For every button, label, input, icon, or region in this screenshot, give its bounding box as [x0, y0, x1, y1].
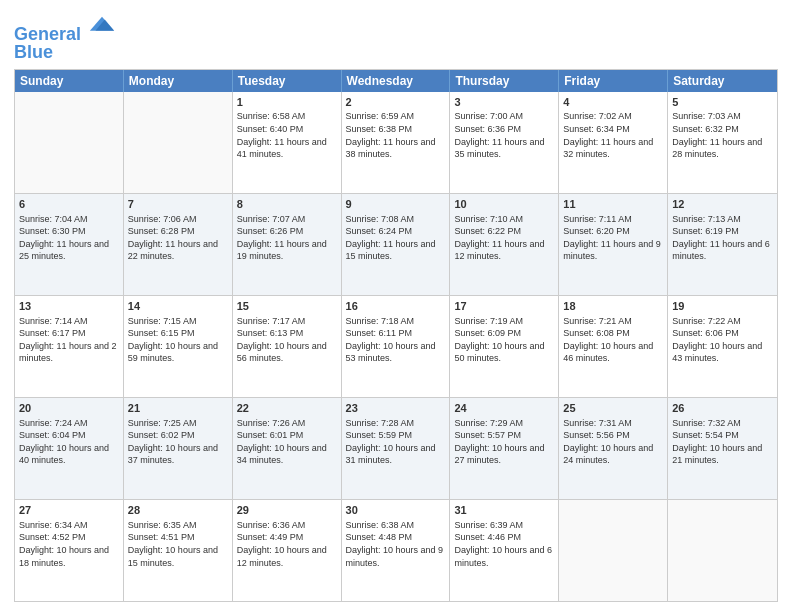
cal-cell-1-4: 2Sunrise: 6:59 AMSunset: 6:38 PMDaylight…: [342, 92, 451, 193]
logo-general: General: [14, 24, 81, 44]
calendar-body: 1Sunrise: 6:58 AMSunset: 6:40 PMDaylight…: [15, 92, 777, 601]
cell-info: Sunrise: 7:02 AMSunset: 6:34 PMDaylight:…: [563, 110, 663, 160]
logo: General Blue: [14, 14, 116, 63]
cell-info: Sunrise: 7:11 AMSunset: 6:20 PMDaylight:…: [563, 213, 663, 263]
cal-cell-3-6: 18Sunrise: 7:21 AMSunset: 6:08 PMDayligh…: [559, 296, 668, 397]
cell-info: Sunrise: 7:14 AMSunset: 6:17 PMDaylight:…: [19, 315, 119, 365]
cell-info: Sunrise: 6:38 AMSunset: 4:48 PMDaylight:…: [346, 519, 446, 569]
cell-info: Sunrise: 7:13 AMSunset: 6:19 PMDaylight:…: [672, 213, 773, 263]
calendar-row-4: 20Sunrise: 7:24 AMSunset: 6:04 PMDayligh…: [15, 397, 777, 499]
day-header-friday: Friday: [559, 70, 668, 92]
cell-info: Sunrise: 7:18 AMSunset: 6:11 PMDaylight:…: [346, 315, 446, 365]
logo-icon: [88, 12, 116, 40]
day-header-saturday: Saturday: [668, 70, 777, 92]
cal-cell-4-4: 23Sunrise: 7:28 AMSunset: 5:59 PMDayligh…: [342, 398, 451, 499]
cell-info: Sunrise: 7:31 AMSunset: 5:56 PMDaylight:…: [563, 417, 663, 467]
cal-cell-1-2: [124, 92, 233, 193]
day-number: 20: [19, 401, 119, 416]
cal-cell-4-5: 24Sunrise: 7:29 AMSunset: 5:57 PMDayligh…: [450, 398, 559, 499]
day-header-monday: Monday: [124, 70, 233, 92]
day-number: 28: [128, 503, 228, 518]
cell-info: Sunrise: 7:06 AMSunset: 6:28 PMDaylight:…: [128, 213, 228, 263]
cal-cell-5-5: 31Sunrise: 6:39 AMSunset: 4:46 PMDayligh…: [450, 500, 559, 601]
cell-info: Sunrise: 7:29 AMSunset: 5:57 PMDaylight:…: [454, 417, 554, 467]
cell-info: Sunrise: 6:59 AMSunset: 6:38 PMDaylight:…: [346, 110, 446, 160]
day-number: 16: [346, 299, 446, 314]
cal-cell-2-5: 10Sunrise: 7:10 AMSunset: 6:22 PMDayligh…: [450, 194, 559, 295]
cell-info: Sunrise: 7:03 AMSunset: 6:32 PMDaylight:…: [672, 110, 773, 160]
cell-info: Sunrise: 7:28 AMSunset: 5:59 PMDaylight:…: [346, 417, 446, 467]
cell-info: Sunrise: 7:10 AMSunset: 6:22 PMDaylight:…: [454, 213, 554, 263]
cal-cell-3-5: 17Sunrise: 7:19 AMSunset: 6:09 PMDayligh…: [450, 296, 559, 397]
calendar: SundayMondayTuesdayWednesdayThursdayFrid…: [14, 69, 778, 602]
day-number: 4: [563, 95, 663, 110]
cell-info: Sunrise: 6:35 AMSunset: 4:51 PMDaylight:…: [128, 519, 228, 569]
logo-blue: Blue: [14, 43, 116, 63]
day-number: 11: [563, 197, 663, 212]
cell-info: Sunrise: 7:26 AMSunset: 6:01 PMDaylight:…: [237, 417, 337, 467]
cell-info: Sunrise: 7:08 AMSunset: 6:24 PMDaylight:…: [346, 213, 446, 263]
day-number: 1: [237, 95, 337, 110]
day-header-tuesday: Tuesday: [233, 70, 342, 92]
cell-info: Sunrise: 6:58 AMSunset: 6:40 PMDaylight:…: [237, 110, 337, 160]
cell-info: Sunrise: 7:22 AMSunset: 6:06 PMDaylight:…: [672, 315, 773, 365]
cal-cell-4-2: 21Sunrise: 7:25 AMSunset: 6:02 PMDayligh…: [124, 398, 233, 499]
day-number: 12: [672, 197, 773, 212]
logo-text: General: [14, 14, 116, 45]
cal-cell-4-7: 26Sunrise: 7:32 AMSunset: 5:54 PMDayligh…: [668, 398, 777, 499]
day-number: 24: [454, 401, 554, 416]
cal-cell-2-2: 7Sunrise: 7:06 AMSunset: 6:28 PMDaylight…: [124, 194, 233, 295]
day-number: 8: [237, 197, 337, 212]
cell-info: Sunrise: 7:00 AMSunset: 6:36 PMDaylight:…: [454, 110, 554, 160]
day-number: 30: [346, 503, 446, 518]
calendar-row-3: 13Sunrise: 7:14 AMSunset: 6:17 PMDayligh…: [15, 295, 777, 397]
day-number: 21: [128, 401, 228, 416]
cal-cell-3-3: 15Sunrise: 7:17 AMSunset: 6:13 PMDayligh…: [233, 296, 342, 397]
cal-cell-1-6: 4Sunrise: 7:02 AMSunset: 6:34 PMDaylight…: [559, 92, 668, 193]
cal-cell-1-3: 1Sunrise: 6:58 AMSunset: 6:40 PMDaylight…: [233, 92, 342, 193]
day-number: 29: [237, 503, 337, 518]
day-number: 18: [563, 299, 663, 314]
day-number: 22: [237, 401, 337, 416]
cal-cell-1-1: [15, 92, 124, 193]
page: General Blue SundayMondayTuesdayWednesda…: [0, 0, 792, 612]
day-number: 7: [128, 197, 228, 212]
cell-info: Sunrise: 7:24 AMSunset: 6:04 PMDaylight:…: [19, 417, 119, 467]
cell-info: Sunrise: 7:15 AMSunset: 6:15 PMDaylight:…: [128, 315, 228, 365]
day-number: 23: [346, 401, 446, 416]
day-number: 15: [237, 299, 337, 314]
cal-cell-5-1: 27Sunrise: 6:34 AMSunset: 4:52 PMDayligh…: [15, 500, 124, 601]
cal-cell-4-1: 20Sunrise: 7:24 AMSunset: 6:04 PMDayligh…: [15, 398, 124, 499]
day-number: 19: [672, 299, 773, 314]
cell-info: Sunrise: 6:34 AMSunset: 4:52 PMDaylight:…: [19, 519, 119, 569]
day-header-sunday: Sunday: [15, 70, 124, 92]
cal-cell-3-2: 14Sunrise: 7:15 AMSunset: 6:15 PMDayligh…: [124, 296, 233, 397]
day-number: 9: [346, 197, 446, 212]
day-number: 2: [346, 95, 446, 110]
cal-cell-2-3: 8Sunrise: 7:07 AMSunset: 6:26 PMDaylight…: [233, 194, 342, 295]
header: General Blue: [14, 10, 778, 63]
cal-cell-1-5: 3Sunrise: 7:00 AMSunset: 6:36 PMDaylight…: [450, 92, 559, 193]
day-header-thursday: Thursday: [450, 70, 559, 92]
cell-info: Sunrise: 7:32 AMSunset: 5:54 PMDaylight:…: [672, 417, 773, 467]
cal-cell-5-6: [559, 500, 668, 601]
cal-cell-2-4: 9Sunrise: 7:08 AMSunset: 6:24 PMDaylight…: [342, 194, 451, 295]
day-number: 14: [128, 299, 228, 314]
cal-cell-2-1: 6Sunrise: 7:04 AMSunset: 6:30 PMDaylight…: [15, 194, 124, 295]
cal-cell-5-3: 29Sunrise: 6:36 AMSunset: 4:49 PMDayligh…: [233, 500, 342, 601]
day-number: 10: [454, 197, 554, 212]
day-number: 27: [19, 503, 119, 518]
cell-info: Sunrise: 7:25 AMSunset: 6:02 PMDaylight:…: [128, 417, 228, 467]
cal-cell-5-2: 28Sunrise: 6:35 AMSunset: 4:51 PMDayligh…: [124, 500, 233, 601]
cal-cell-2-7: 12Sunrise: 7:13 AMSunset: 6:19 PMDayligh…: [668, 194, 777, 295]
day-number: 6: [19, 197, 119, 212]
calendar-row-2: 6Sunrise: 7:04 AMSunset: 6:30 PMDaylight…: [15, 193, 777, 295]
calendar-row-5: 27Sunrise: 6:34 AMSunset: 4:52 PMDayligh…: [15, 499, 777, 601]
day-number: 17: [454, 299, 554, 314]
day-number: 26: [672, 401, 773, 416]
calendar-header: SundayMondayTuesdayWednesdayThursdayFrid…: [15, 70, 777, 92]
cal-cell-4-6: 25Sunrise: 7:31 AMSunset: 5:56 PMDayligh…: [559, 398, 668, 499]
calendar-row-1: 1Sunrise: 6:58 AMSunset: 6:40 PMDaylight…: [15, 92, 777, 193]
day-header-wednesday: Wednesday: [342, 70, 451, 92]
cell-info: Sunrise: 7:19 AMSunset: 6:09 PMDaylight:…: [454, 315, 554, 365]
